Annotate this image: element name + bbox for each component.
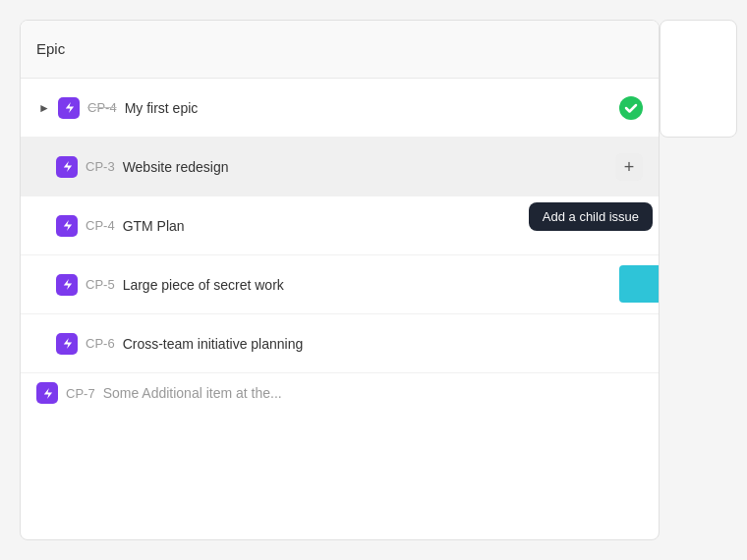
row-cp3-content: CP-3 Website redesign (56, 156, 615, 178)
right-panel-top (660, 20, 737, 138)
issue-title-cp7: Some Additional item at the... (103, 385, 282, 401)
left-panel: Epic ► CP-4 My first epic (20, 20, 660, 540)
row-actions-cp4-parent (619, 96, 643, 120)
issue-title-cp4-parent: My first epic (125, 100, 199, 116)
issue-icon-cp4-child (56, 215, 78, 237)
row-cp6: CP-6 Cross-team initiative planning (21, 314, 659, 373)
epic-header-title: Epic (36, 40, 65, 57)
lightning-icon-cp5 (61, 278, 74, 291)
lightning-icon-cp6 (61, 337, 74, 350)
row-cp4-parent: ► CP-4 My first epic (21, 79, 659, 138)
row-actions-cp3: + Add a child issue (615, 153, 643, 181)
chevron-icon[interactable]: ► (36, 100, 52, 116)
teal-progress-bar (619, 265, 660, 303)
epic-header: Epic (21, 21, 659, 79)
lightning-icon-cp7 (41, 387, 54, 400)
issue-title-cp5: Large piece of secret work (123, 277, 284, 293)
row-cp4-child: CP-4 GTM Plan (21, 196, 659, 255)
issue-icon-cp5 (56, 274, 78, 296)
check-icon (624, 101, 638, 115)
row-cp5: CP-5 Large piece of secret work (21, 255, 659, 314)
issue-icon-cp6 (56, 333, 78, 355)
issue-id-cp5: CP-5 (86, 277, 115, 292)
add-child-issue-button[interactable]: + Add a child issue (615, 153, 643, 181)
lightning-icon (63, 101, 76, 114)
main-container: Epic ► CP-4 My first epic (0, 0, 747, 560)
issue-id-cp6: CP-6 (86, 336, 115, 351)
issue-icon-cp4-parent (58, 97, 80, 119)
issue-id-cp7: CP-7 (66, 386, 95, 401)
issue-title-cp3: Website redesign (123, 159, 229, 175)
issue-id-cp4-child: CP-4 (86, 218, 115, 233)
row-cp7-partial: CP-7 Some Additional item at the... (21, 373, 659, 413)
right-panel (660, 20, 737, 540)
issue-icon-cp7 (36, 382, 58, 404)
issue-title-cp6: Cross-team initiative planning (123, 336, 304, 352)
issue-icon-cp3 (56, 156, 78, 178)
issue-id-cp3: CP-3 (86, 159, 115, 174)
issue-title-cp4-child: GTM Plan (123, 218, 185, 234)
issue-id-cp4-parent: CP-4 (87, 100, 117, 115)
row-cp3: CP-3 Website redesign + Add a child issu… (21, 138, 659, 196)
green-check-cp4-parent (619, 96, 643, 120)
lightning-icon-cp3 (61, 160, 74, 173)
lightning-icon-cp4-child (61, 219, 74, 232)
